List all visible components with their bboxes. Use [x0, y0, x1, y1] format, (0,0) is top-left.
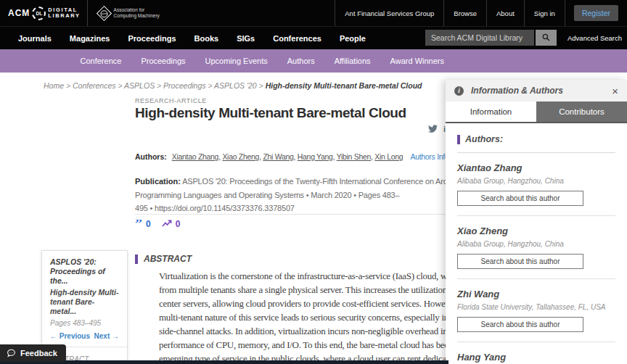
previous-link[interactable]: ← Previous [50, 332, 90, 340]
author-link-6[interactable]: Xin Long [374, 152, 403, 161]
citation-count: 0 [146, 219, 151, 229]
section-accent-bar [135, 255, 138, 264]
nav-journals[interactable]: Journals [18, 34, 52, 43]
metrics-row: ” 0 0 [135, 219, 180, 229]
author-link-2[interactable]: Xiao Zheng [222, 152, 259, 161]
next-link[interactable]: Next → [94, 332, 119, 340]
advanced-search-link[interactable]: Advanced Search [567, 34, 622, 42]
info-icon: i [454, 86, 464, 96]
divider [135, 214, 446, 215]
association-text: Association for Computing Machinery [114, 7, 160, 19]
author-affiliation: Alibaba Group, Hangzhou, China [457, 177, 615, 185]
digital-library-text: DIGITAL LIBRARY [48, 7, 80, 20]
panel-header: i Information & Authors × [446, 80, 627, 102]
panel-title: Information & Authors [471, 86, 563, 96]
authors-label: Authors: [135, 152, 167, 161]
conf-nav-affiliations[interactable]: Affiliations [335, 57, 371, 65]
dl-gear-icon: DL [32, 7, 46, 20]
search-button[interactable] [536, 30, 557, 46]
next-label: Next [94, 332, 110, 340]
twitter-icon[interactable] [428, 123, 438, 136]
breadcrumb-asplos[interactable]: ASPLOS [124, 81, 163, 90]
breadcrumb-proceedings[interactable]: Proceedings [163, 81, 214, 90]
author-link-4[interactable]: Hang Yang [298, 152, 333, 161]
top-bar: ACM DL DIGITAL LIBRARY acm Association f… [0, 0, 627, 26]
top-right-links: Ant Financial Services Group Browse Abou… [335, 0, 627, 26]
abstract-label: ABSTRACT [144, 254, 192, 264]
nav-proceedings[interactable]: Proceedings [128, 34, 176, 43]
top-link-institution[interactable]: Ant Financial Services Group [335, 0, 443, 26]
search-author-button[interactable]: Search about this author [457, 317, 583, 332]
toc-prev-next: ← Previous Next → [50, 332, 119, 340]
author-card-1: Xiantao Zhang Alibaba Group, Hangzhou, C… [457, 153, 615, 216]
acm-dl-page: ACM DL DIGITAL LIBRARY acm Association f… [0, 0, 627, 364]
tab-information[interactable]: Information [446, 102, 536, 122]
register-cell: Register [565, 0, 627, 26]
abstract-text: Virtualization is the cornerstone of the… [159, 269, 489, 364]
close-icon[interactable]: × [612, 86, 618, 96]
tab-contributors[interactable]: Contributors [536, 102, 627, 122]
citation-quote-icon: ” [135, 220, 142, 228]
search-area [425, 30, 557, 46]
section-accent-bar [457, 135, 460, 144]
page-title: High-density Multi-tenant Bare-metal Clo… [135, 105, 406, 121]
author-link-1[interactable]: Xiantao Zhang [172, 152, 218, 161]
conf-nav-conference[interactable]: Conference [81, 57, 122, 65]
top-link-about[interactable]: About [486, 0, 524, 26]
author-affiliation: Alibaba Group, Hangzhou, China [457, 240, 615, 248]
downloads-count: 0 [176, 219, 181, 229]
panel-body: Authors: Xiantao Zhang Alibaba Group, Ha… [446, 123, 627, 364]
citation-metric[interactable]: ” 0 [135, 219, 151, 229]
breadcrumb-conferences[interactable]: Conferences [73, 81, 124, 90]
conf-nav-authors[interactable]: Authors [287, 57, 315, 65]
author-name: Xiantao Zhang [457, 162, 615, 173]
acm-diamond-icon: acm [96, 5, 111, 20]
nav-sigs[interactable]: SIGs [237, 34, 255, 43]
arrow-right-icon: → [112, 332, 119, 340]
conf-nav-proceedings[interactable]: Proceedings [141, 57, 185, 65]
speech-bubble-icon [7, 348, 16, 359]
author-card-2: Xiao Zheng Alibaba Group, Hangzhou, Chin… [457, 216, 615, 279]
article-type-label: RESEARCH-ARTICLE [135, 97, 207, 104]
author-card-3: Zhi Wang Florida State University, Talla… [457, 279, 615, 342]
top-link-browse[interactable]: Browse [443, 0, 486, 26]
nav-conferences[interactable]: Conferences [273, 34, 321, 43]
toc-article-title: High-density Multi-tenant Bare-metal... [50, 288, 119, 316]
search-author-button[interactable]: Search about this author [457, 191, 583, 206]
author-card-4: Hang Yang Alibaba Group, Hangzhou, China… [457, 342, 615, 364]
search-author-button[interactable]: Search about this author [457, 254, 583, 269]
information-authors-panel: i Information & Authors × Information Co… [446, 80, 627, 364]
author-name: Hang Yang [457, 352, 615, 363]
breadcrumb-current: High-density Multi-tenant Bare-metal Clo… [266, 81, 422, 90]
nav-books[interactable]: Books [194, 34, 219, 43]
authors-row: Authors:Xiantao ZhangXiao ZhengZhi WangH… [135, 152, 489, 161]
author-name: Zhi Wang [457, 289, 615, 299]
publication-label: Publication: [135, 177, 181, 186]
conf-nav-award-winners[interactable]: Award Winners [390, 57, 444, 65]
acm-logo-text: ACM [8, 8, 30, 18]
previous-label: Previous [60, 332, 90, 340]
breadcrumb-asplos20[interactable]: ASPLOS '20 [214, 81, 266, 90]
search-input[interactable] [425, 30, 534, 46]
downloads-metric[interactable]: 0 [162, 219, 181, 229]
conf-nav-upcoming-events[interactable]: Upcoming Events [205, 57, 268, 65]
register-button[interactable]: Register [574, 5, 618, 21]
author-link-3[interactable]: Zhi Wang [263, 152, 293, 161]
logo-divider [87, 0, 88, 26]
acm-dl-logo[interactable]: ACM DL DIGITAL LIBRARY [8, 7, 81, 20]
feedback-label: Feedback [20, 349, 57, 357]
toc-pages: Pages 483–495 [50, 319, 119, 327]
conference-nav-bar: Conference Proceedings Upcoming Events A… [0, 49, 627, 73]
nav-magazines[interactable]: Magazines [70, 34, 110, 43]
toc-proceedings-title[interactable]: ASPLOS '20: Proceedings of the... [50, 257, 119, 286]
nav-people[interactable]: People [340, 34, 366, 43]
breadcrumb-home[interactable]: Home [44, 81, 73, 90]
breadcrumb: HomeConferencesASPLOSProceedingsASPLOS '… [44, 81, 422, 90]
author-link-5[interactable]: Yibin Shen [337, 152, 371, 161]
search-icon [542, 33, 550, 44]
top-link-signin[interactable]: Sign in [524, 0, 565, 26]
logo-library: LIBRARY [48, 12, 80, 19]
feedback-button[interactable]: Feedback [0, 344, 66, 362]
panel-authors-label: Authors: [465, 134, 503, 144]
acm-association-logo[interactable]: acm Association for Computing Machinery [94, 7, 160, 19]
